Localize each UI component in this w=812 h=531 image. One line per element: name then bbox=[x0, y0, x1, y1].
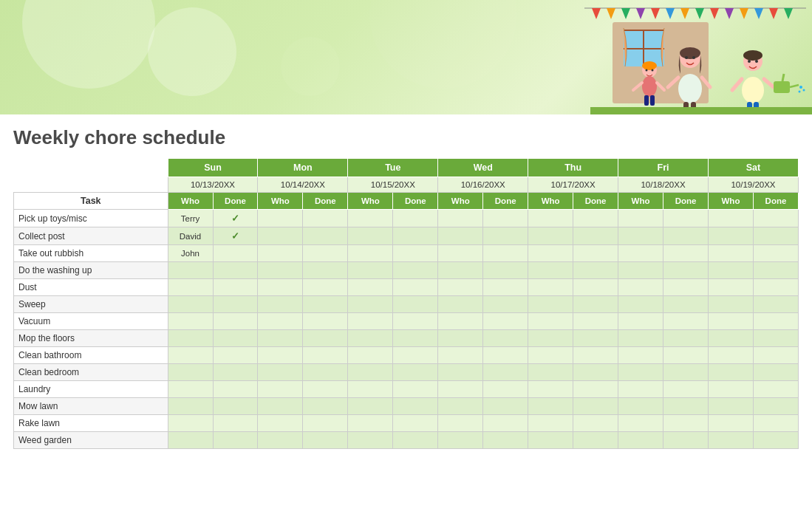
sun-who-cell[interactable] bbox=[168, 262, 213, 279]
sat-done-cell[interactable] bbox=[753, 398, 798, 415]
sun-done-cell[interactable] bbox=[213, 364, 258, 381]
sun-done-cell[interactable] bbox=[213, 262, 258, 279]
tue-done-cell[interactable] bbox=[393, 398, 438, 415]
fri-done-cell[interactable] bbox=[663, 398, 709, 415]
thu-done-cell[interactable] bbox=[573, 245, 618, 262]
mon-who-cell[interactable] bbox=[258, 432, 303, 449]
mon-done-cell[interactable] bbox=[303, 415, 348, 432]
sun-done-cell[interactable] bbox=[213, 279, 258, 296]
tue-done-cell[interactable] bbox=[393, 347, 438, 364]
thu-done-cell[interactable] bbox=[573, 279, 618, 296]
fri-done-cell[interactable] bbox=[663, 227, 709, 245]
tue-done-cell[interactable] bbox=[393, 279, 438, 296]
wed-done-cell[interactable] bbox=[483, 330, 528, 347]
mon-done-cell[interactable] bbox=[303, 296, 348, 313]
mon-who-cell[interactable] bbox=[258, 313, 303, 330]
wed-who-cell[interactable] bbox=[438, 279, 483, 296]
sun-who-cell[interactable] bbox=[168, 415, 213, 432]
sun-who-cell[interactable] bbox=[168, 347, 213, 364]
mon-done-cell[interactable] bbox=[303, 364, 348, 381]
thu-done-cell[interactable] bbox=[573, 381, 618, 398]
wed-done-cell[interactable] bbox=[483, 432, 528, 449]
sun-done-cell[interactable] bbox=[213, 381, 258, 398]
tue-who-cell[interactable] bbox=[348, 347, 393, 364]
thu-done-cell[interactable] bbox=[573, 296, 618, 313]
tue-who-cell[interactable] bbox=[348, 227, 393, 245]
wed-done-cell[interactable] bbox=[483, 347, 528, 364]
sun-who-cell[interactable]: John bbox=[168, 245, 213, 262]
sat-done-cell[interactable] bbox=[753, 296, 798, 313]
sun-done-cell[interactable]: ✓ bbox=[213, 227, 258, 245]
fri-who-cell[interactable] bbox=[618, 313, 663, 330]
wed-who-cell[interactable] bbox=[438, 262, 483, 279]
thu-who-cell[interactable] bbox=[528, 262, 573, 279]
fri-who-cell[interactable] bbox=[618, 210, 663, 227]
wed-done-cell[interactable] bbox=[483, 313, 528, 330]
wed-who-cell[interactable] bbox=[438, 330, 483, 347]
mon-who-cell[interactable] bbox=[258, 330, 303, 347]
sat-done-cell[interactable] bbox=[753, 432, 798, 449]
fri-who-cell[interactable] bbox=[618, 364, 663, 381]
sun-who-cell[interactable] bbox=[168, 296, 213, 313]
fri-done-cell[interactable] bbox=[663, 347, 709, 364]
mon-who-cell[interactable] bbox=[258, 262, 303, 279]
thu-who-cell[interactable] bbox=[528, 432, 573, 449]
tue-who-cell[interactable] bbox=[348, 381, 393, 398]
wed-who-cell[interactable] bbox=[438, 347, 483, 364]
wed-who-cell[interactable] bbox=[438, 432, 483, 449]
sun-done-cell[interactable] bbox=[213, 296, 258, 313]
sun-who-cell[interactable] bbox=[168, 381, 213, 398]
mon-done-cell[interactable] bbox=[303, 227, 348, 245]
sun-done-cell[interactable] bbox=[213, 347, 258, 364]
mon-done-cell[interactable] bbox=[303, 432, 348, 449]
sat-who-cell[interactable] bbox=[708, 227, 753, 245]
thu-who-cell[interactable] bbox=[528, 227, 573, 245]
wed-done-cell[interactable] bbox=[483, 227, 528, 245]
thu-done-cell[interactable] bbox=[573, 210, 618, 227]
fri-done-cell[interactable] bbox=[663, 313, 709, 330]
mon-done-cell[interactable] bbox=[303, 279, 348, 296]
tue-who-cell[interactable] bbox=[348, 279, 393, 296]
mon-done-cell[interactable] bbox=[303, 262, 348, 279]
sun-done-cell[interactable]: ✓ bbox=[213, 210, 258, 227]
wed-done-cell[interactable] bbox=[483, 245, 528, 262]
mon-who-cell[interactable] bbox=[258, 415, 303, 432]
thu-who-cell[interactable] bbox=[528, 279, 573, 296]
thu-done-cell[interactable] bbox=[573, 262, 618, 279]
thu-done-cell[interactable] bbox=[573, 227, 618, 245]
mon-who-cell[interactable] bbox=[258, 364, 303, 381]
wed-who-cell[interactable] bbox=[438, 398, 483, 415]
wed-done-cell[interactable] bbox=[483, 398, 528, 415]
fri-done-cell[interactable] bbox=[663, 262, 709, 279]
sat-done-cell[interactable] bbox=[753, 313, 798, 330]
sun-who-cell[interactable] bbox=[168, 313, 213, 330]
thu-done-cell[interactable] bbox=[573, 364, 618, 381]
fri-done-cell[interactable] bbox=[663, 415, 709, 432]
mon-who-cell[interactable] bbox=[258, 227, 303, 245]
tue-done-cell[interactable] bbox=[393, 245, 438, 262]
sun-who-cell[interactable] bbox=[168, 432, 213, 449]
sat-done-cell[interactable] bbox=[753, 364, 798, 381]
tue-done-cell[interactable] bbox=[393, 210, 438, 227]
sat-who-cell[interactable] bbox=[708, 347, 753, 364]
tue-done-cell[interactable] bbox=[393, 227, 438, 245]
thu-who-cell[interactable] bbox=[528, 210, 573, 227]
sun-who-cell[interactable] bbox=[168, 364, 213, 381]
fri-done-cell[interactable] bbox=[663, 364, 709, 381]
thu-done-cell[interactable] bbox=[573, 347, 618, 364]
tue-done-cell[interactable] bbox=[393, 432, 438, 449]
sat-who-cell[interactable] bbox=[708, 262, 753, 279]
mon-who-cell[interactable] bbox=[258, 296, 303, 313]
sat-done-cell[interactable] bbox=[753, 262, 798, 279]
fri-who-cell[interactable] bbox=[618, 415, 663, 432]
tue-who-cell[interactable] bbox=[348, 432, 393, 449]
thu-who-cell[interactable] bbox=[528, 347, 573, 364]
tue-done-cell[interactable] bbox=[393, 415, 438, 432]
sat-who-cell[interactable] bbox=[708, 364, 753, 381]
tue-who-cell[interactable] bbox=[348, 313, 393, 330]
fri-who-cell[interactable] bbox=[618, 398, 663, 415]
thu-who-cell[interactable] bbox=[528, 330, 573, 347]
thu-who-cell[interactable] bbox=[528, 296, 573, 313]
sat-done-cell[interactable] bbox=[753, 279, 798, 296]
tue-who-cell[interactable] bbox=[348, 415, 393, 432]
